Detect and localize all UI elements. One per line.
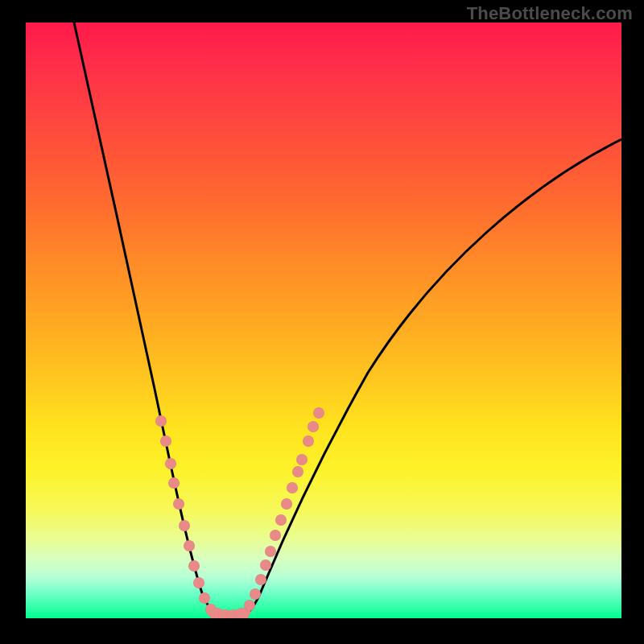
data-dot-right [281, 498, 292, 510]
data-dot-left [188, 560, 200, 572]
curve-right [240, 139, 621, 617]
data-dot-right [260, 559, 271, 571]
curve-left [74, 23, 224, 617]
plot-area [26, 23, 621, 618]
data-dot-right [250, 588, 261, 600]
curves-layer [26, 23, 621, 618]
data-dot-right [287, 482, 298, 493]
data-dot-right [292, 466, 303, 477]
data-dot-bottom [234, 608, 249, 618]
data-dot-right [265, 546, 276, 557]
data-dot-right [275, 514, 287, 526]
data-dot-left [179, 520, 190, 531]
data-dot-left [165, 458, 176, 469]
data-dot-right [313, 407, 324, 419]
data-dot-left [168, 477, 180, 489]
data-dot-left [160, 436, 171, 447]
data-dot-right [296, 454, 308, 465]
data-dot-left [199, 592, 210, 604]
data-dot-left [193, 577, 204, 588]
chart-frame: TheBottleneck.com [0, 0, 644, 644]
data-dot-left [155, 415, 167, 427]
data-dot-right [308, 421, 319, 432]
data-dot-right [270, 530, 281, 541]
data-dot-right [303, 436, 314, 447]
data-dot-right [255, 574, 266, 585]
data-dot-left [173, 498, 184, 510]
watermark-text: TheBottleneck.com [467, 3, 633, 24]
data-dot-left [184, 540, 195, 551]
